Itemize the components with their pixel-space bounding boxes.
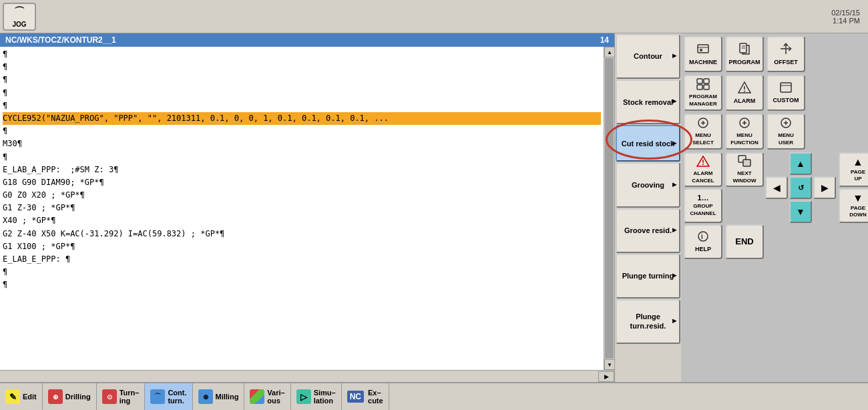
editor-line: ¶ — [3, 125, 601, 138]
menu-btn-label: Grooving — [632, 180, 664, 190]
menu-btn-plungeturn.resid.[interactable]: Plunge turn.resid.▶ — [616, 299, 680, 344]
alarm-cancel-button[interactable]: ALARMCANCEL — [684, 152, 722, 187]
top-bar-left: ⌒ JOG — [3, 3, 36, 31]
editor-scrollbar[interactable]: ▲ ▼ — [604, 47, 614, 370]
top-bar: ⌒ JOG 02/15/151:14 PM — [0, 0, 868, 33]
editor-line: X40 ; *GP*¶ — [3, 214, 601, 227]
menu-btn-label: Cut resid stock — [622, 139, 674, 148]
editor-header: NC/WKS/TOCZ/KONTUR2__1 14 — [0, 33, 614, 47]
simulation-button[interactable]: ▷ Simu–lation — [291, 383, 342, 410]
milling-button[interactable]: ⊛ Milling — [193, 383, 245, 410]
next-window-button[interactable]: NEXTWINDOW — [725, 152, 764, 187]
editor-area: NC/WKS/TOCZ/KONTUR2__1 14 ¶¶¶¶¶CYCLE952(… — [0, 33, 614, 382]
page-up-button[interactable]: ▲ PAGEUP — [839, 152, 868, 187]
machine-label: MACHINE — [689, 59, 717, 67]
menu-btn-plungeturning[interactable]: Plunge turning▶ — [616, 254, 680, 298]
menu-btn-label: Plunge turn.resid. — [621, 312, 675, 331]
turning-button[interactable]: ⊙ Turn–ing — [97, 383, 146, 410]
editor-line: ¶ — [3, 266, 601, 278]
editor-line: M30¶ — [3, 138, 601, 150]
next-window-label: NEXTWINDOW — [732, 170, 756, 184]
menu-btn-stockremoval[interactable]: Stock removal▶ — [616, 79, 680, 124]
cont-turning-label: Cont.turn. — [168, 389, 186, 405]
edit-icon: ✎ — [5, 389, 20, 404]
nav-right-button[interactable]: ▶ — [813, 176, 836, 199]
arrow-icon: ▶ — [672, 318, 676, 325]
menu-btn-contour[interactable]: Contour▶ — [616, 34, 680, 79]
svg-rect-6 — [697, 79, 702, 83]
end-label: END — [735, 236, 753, 248]
various-button[interactable]: Vari–ous — [244, 383, 290, 410]
jog-button[interactable]: ⌒ JOG — [3, 3, 36, 31]
menu-btn-cutresidstock[interactable]: Cut resid stock▶ — [616, 125, 680, 162]
machine-button[interactable]: MACHINE — [684, 36, 722, 72]
bottom-toolbar: ✎ Edit ⊕ Drilling ⊙ Turn–ing ⌒ Cont.turn… — [0, 382, 868, 410]
custom-button[interactable]: CUSTOM — [767, 75, 805, 111]
nav-row-top: NEXTWINDOW ▲ ◀ ↺ ▶ ▼ — [725, 152, 836, 223]
cont-turning-button[interactable]: ⌒ Cont.turn. — [145, 383, 192, 410]
help-button[interactable]: i HELP — [684, 224, 722, 259]
nav-select-button[interactable]: ↺ — [789, 176, 812, 199]
menu-select-button[interactable]: MENUSELECT — [684, 114, 722, 150]
editor-bottom-bar: ▶ — [0, 370, 614, 382]
editor-body: ¶¶¶¶¶CYCLE952("NAZUA_PROG", "PPP", "", 2… — [0, 47, 614, 370]
svg-text:i: i — [701, 233, 703, 240]
editor-right-scroll[interactable]: ▶ — [598, 371, 614, 382]
control-area: ALARMCANCEL 1… GROUPCHANNEL i HELP — [684, 152, 865, 303]
page-up-label: PAGEUP — [851, 169, 865, 183]
nav-down-button[interactable]: ▼ — [789, 200, 812, 223]
execute-button[interactable]: NC Ex–cute — [342, 383, 389, 410]
editor-content[interactable]: ¶¶¶¶¶CYCLE952("NAZUA_PROG", "PPP", "", 2… — [0, 47, 604, 370]
custom-icon — [779, 81, 793, 95]
svg-rect-30 — [743, 160, 750, 166]
svg-rect-8 — [697, 85, 702, 89]
menu-btn-grooving[interactable]: Grooving▶ — [616, 162, 680, 207]
milling-icon: ⊛ — [198, 389, 213, 404]
menu-btn-label: Groove resid. — [624, 226, 672, 235]
nav-left-button[interactable]: ◀ — [765, 176, 788, 199]
group-channel-icon: 1… — [697, 194, 708, 202]
program-button[interactable]: PROGRAM — [725, 36, 764, 72]
editor-line-number: 14 — [600, 35, 609, 45]
group-channel-button[interactable]: 1… GROUPCHANNEL — [684, 188, 722, 223]
svg-rect-2 — [700, 49, 702, 51]
main-content: NC/WKS/TOCZ/KONTUR2__1 14 ¶¶¶¶¶CYCLE952(… — [0, 33, 868, 382]
arrow-icon: ▶ — [672, 272, 676, 279]
datetime-display: 02/15/151:14 PM — [831, 9, 865, 25]
arrow-icon: ▶ — [672, 182, 676, 188]
jog-icon: ⌒ — [14, 5, 25, 19]
nav-pad: ▲ ◀ ↺ ▶ ▼ — [765, 152, 836, 223]
menu-btn-label: Contour — [634, 51, 662, 61]
scroll-thumb[interactable] — [605, 58, 614, 359]
menu-btn-grooveresid.[interactable]: Groove resid.▶ — [616, 208, 680, 253]
menu-select-label: MENUSELECT — [692, 132, 714, 146]
editor-line: ¶ — [3, 87, 601, 99]
turning-icon: ⊙ — [102, 389, 117, 404]
program-manager-button[interactable]: PROGRAMMANAGER — [684, 75, 722, 111]
svg-point-26 — [702, 164, 704, 165]
offset-button[interactable]: OFFSET — [767, 36, 805, 72]
simulation-label: Simu–lation — [314, 389, 336, 405]
scroll-down-button[interactable]: ▼ — [604, 359, 614, 370]
edit-button[interactable]: ✎ Edit — [0, 383, 43, 410]
end-row: END — [725, 224, 836, 259]
nav-and-end: NEXTWINDOW ▲ ◀ ↺ ▶ ▼ END — [725, 152, 836, 303]
jog-label: JOG — [12, 21, 26, 28]
editor-line: ¶ — [3, 99, 601, 112]
alarm-label: ALARM — [734, 97, 756, 106]
page-down-button[interactable]: ▼ PAGEDOWN — [839, 188, 868, 223]
alarm-button[interactable]: ALARM — [725, 75, 764, 111]
menu-function-button[interactable]: MENUFUNCTION — [725, 114, 764, 150]
custom-label: CUSTOM — [773, 97, 799, 105]
scroll-up-button[interactable]: ▲ — [604, 47, 614, 57]
fr-row-2: PROGRAMMANAGER ALARM CUSTOM — [684, 75, 865, 111]
far-right-panel: MACHINE PROGRAM OFFSET PROGRAMM — [681, 33, 868, 382]
editor-line: E_LAB_A_PPP: ;#SM Z: 3¶ — [3, 164, 601, 176]
menu-user-button[interactable]: MENUUSER — [767, 114, 805, 150]
fr-row-1: MACHINE PROGRAM OFFSET — [684, 36, 865, 72]
cut-resid-wrapper: Cut resid stock▶ — [616, 125, 680, 162]
drilling-button[interactable]: ⊕ Drilling — [43, 383, 97, 410]
svg-point-12 — [744, 90, 745, 91]
end-button[interactable]: END — [725, 224, 764, 259]
nav-up-button[interactable]: ▲ — [789, 152, 812, 175]
